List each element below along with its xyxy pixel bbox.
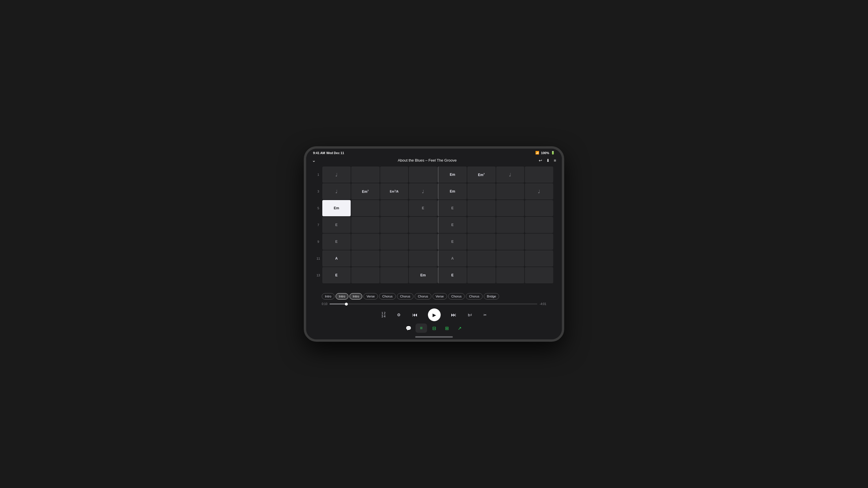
cell-5-1[interactable]: Em <box>322 200 351 216</box>
row-number: 7 <box>315 217 322 233</box>
cell-3-8[interactable]: ♩ <box>525 183 553 199</box>
section-tag-chorus5[interactable]: Chorus <box>466 293 482 299</box>
cell-7-4[interactable] <box>409 217 437 233</box>
cell-11-7[interactable] <box>496 250 525 266</box>
section-tag-intro1[interactable]: Intro <box>322 293 335 299</box>
time-sig-label2: 3 4 <box>381 315 385 318</box>
scissors-button[interactable]: ✂ <box>482 312 488 318</box>
progress-bar[interactable] <box>330 303 537 304</box>
cell-13-4[interactable]: Em <box>409 267 437 283</box>
cell-3-5[interactable]: Em <box>438 183 467 199</box>
cell-7-5[interactable]: E <box>438 217 467 233</box>
cell-7-1[interactable]: E <box>322 217 351 233</box>
cell-3-3[interactable]: Em7/A <box>380 183 408 199</box>
cell-5-4[interactable]: E <box>409 200 437 216</box>
cell-3-2[interactable]: Em7 <box>351 183 380 199</box>
cell-7-2[interactable] <box>351 217 380 233</box>
cell-11-6[interactable] <box>467 250 496 266</box>
row-number: 1 <box>315 166 322 183</box>
chord-label: Em7 <box>362 189 369 194</box>
cell-11-4[interactable] <box>409 250 437 266</box>
time-signature-button[interactable]: 1 2 3 4 <box>380 311 386 319</box>
progress-area: 0:10 -4:01 <box>315 301 553 306</box>
cell-5-7[interactable] <box>496 200 525 216</box>
section-tag-intro2[interactable]: Intro <box>336 293 348 299</box>
section-tag-chorus2[interactable]: Chorus <box>397 293 413 299</box>
cell-3-7[interactable] <box>496 183 525 199</box>
rewind-button[interactable]: ⏮ <box>411 311 418 319</box>
cell-11-3[interactable] <box>380 250 408 266</box>
cell-7-6[interactable] <box>467 217 496 233</box>
cell-13-5[interactable]: E <box>438 267 467 283</box>
cell-13-3[interactable] <box>380 267 408 283</box>
metronome-button[interactable]: ⚙ <box>396 312 402 318</box>
cell-1-1[interactable]: ♩ <box>322 166 351 183</box>
cell-5-8[interactable] <box>525 200 553 216</box>
chord-label: E <box>335 223 338 227</box>
undo-button[interactable]: ↩ <box>539 158 542 163</box>
cell-5-3[interactable] <box>380 200 408 216</box>
fast-forward-button[interactable]: ⏭ <box>450 311 458 319</box>
cell-3-4[interactable]: ♩ <box>409 183 437 199</box>
section-tag-verse2[interactable]: Verse <box>433 293 447 299</box>
cell-5-5[interactable]: E <box>438 200 467 216</box>
toolbar-share-button[interactable]: ↗ <box>454 324 465 333</box>
cell-1-7[interactable]: ♩ <box>496 166 525 183</box>
cell-13-7[interactable] <box>496 267 525 283</box>
cell-13-8[interactable] <box>525 267 553 283</box>
cell-9-4[interactable] <box>409 234 437 250</box>
cell-1-8[interactable] <box>525 166 553 183</box>
current-time: 0:10 <box>322 302 327 305</box>
cell-9-8[interactable] <box>525 234 553 250</box>
section-tag-intro3[interactable]: Intro <box>349 293 362 299</box>
cell-13-6[interactable] <box>467 267 496 283</box>
chord-label: Em <box>334 206 339 210</box>
table-row: 11 A A <box>315 250 553 266</box>
cell-9-1[interactable]: E <box>322 234 351 250</box>
list-view-icon: ≡ <box>420 326 423 331</box>
cell-11-1[interactable]: A <box>322 250 351 266</box>
transpose-button[interactable]: b♯ <box>467 312 473 318</box>
cell-5-6[interactable] <box>467 200 496 216</box>
cell-13-2[interactable] <box>351 267 380 283</box>
cell-1-6[interactable]: Em7 <box>467 166 496 183</box>
cell-11-5[interactable]: A <box>438 250 467 266</box>
battery-icon: 🔋 <box>551 151 555 155</box>
cell-1-4[interactable] <box>409 166 437 183</box>
cell-7-8[interactable] <box>525 217 553 233</box>
cell-9-7[interactable] <box>496 234 525 250</box>
cell-9-6[interactable] <box>467 234 496 250</box>
section-tag-verse1[interactable]: Verse <box>363 293 378 299</box>
cell-11-8[interactable] <box>525 250 553 266</box>
back-button[interactable]: ⌄ <box>312 158 316 163</box>
section-tag-chorus1[interactable]: Chorus <box>379 293 396 299</box>
cell-9-2[interactable] <box>351 234 380 250</box>
cell-5-2[interactable] <box>351 200 380 216</box>
cell-3-1[interactable]: ♩ <box>322 183 351 199</box>
play-button[interactable]: ▶ <box>428 308 441 321</box>
cell-1-2[interactable] <box>351 166 380 183</box>
cell-9-5[interactable]: E <box>438 234 467 250</box>
download-button[interactable]: ⬇ <box>546 158 550 163</box>
menu-button[interactable]: ≡ <box>554 158 556 163</box>
cell-7-7[interactable] <box>496 217 525 233</box>
home-indicator <box>415 336 453 338</box>
toolbar-grid2-button[interactable]: ⊟ <box>428 324 440 333</box>
section-tag-chorus4[interactable]: Chorus <box>448 293 465 299</box>
cell-13-1[interactable]: E <box>322 267 351 283</box>
rest-symbol: ♩ <box>335 172 338 177</box>
toolbar-grid3-button[interactable]: ⊞ <box>441 324 453 333</box>
cell-7-3[interactable] <box>380 217 408 233</box>
row-number: 3 <box>315 183 322 199</box>
toolbar-list-button[interactable]: ≡ <box>415 324 427 333</box>
cell-1-5[interactable]: Em <box>438 166 467 183</box>
cell-11-2[interactable] <box>351 250 380 266</box>
cell-1-3[interactable] <box>380 166 408 183</box>
table-row: 13 E Em E <box>315 267 553 283</box>
section-tag-chorus3[interactable]: Chorus <box>414 293 431 299</box>
cell-3-6[interactable] <box>467 183 496 199</box>
cell-9-3[interactable] <box>380 234 408 250</box>
toolbar-lyrics-button[interactable]: 💬 <box>403 324 414 333</box>
chord-label: E <box>452 240 454 244</box>
section-tag-bridge[interactable]: Bridge <box>484 293 499 299</box>
